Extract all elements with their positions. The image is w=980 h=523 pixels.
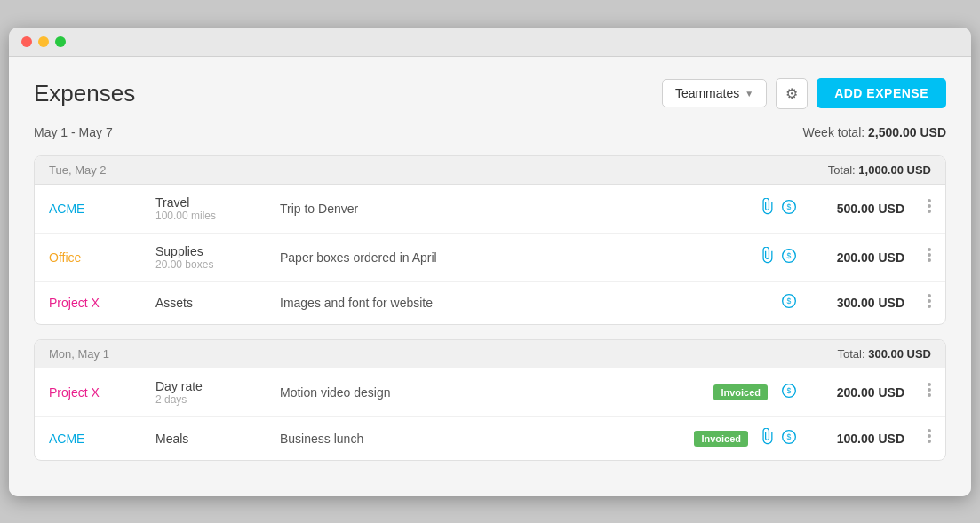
svg-text:$: $ <box>787 202 792 211</box>
dollar-icon[interactable]: $ <box>782 200 796 218</box>
category-name: Meals <box>155 432 280 446</box>
week-total-prefix: Week total: <box>802 125 864 139</box>
page-header: Expenses Teammates ▼ ⚙ ADD EXPENSE <box>34 78 946 109</box>
date-range-row: May 1 - May 7 Week total: 2,500.00 USD <box>34 125 946 139</box>
expense-client[interactable]: ACME <box>49 202 155 216</box>
minimize-dot[interactable] <box>38 36 49 47</box>
day-label: Mon, May 1 <box>49 347 109 361</box>
expense-menu-button[interactable] <box>904 382 931 402</box>
svg-text:$: $ <box>787 251 792 260</box>
category-sub: 100.00 miles <box>155 210 280 222</box>
header-controls: Teammates ▼ ⚙ ADD EXPENSE <box>662 78 946 109</box>
day-total-value: 300.00 USD <box>868 347 931 361</box>
expense-menu-button[interactable] <box>904 198 931 218</box>
invoiced-badge: Invoiced <box>713 384 768 400</box>
expense-description: Images and font for website <box>280 296 782 310</box>
expense-menu-button[interactable] <box>904 247 931 267</box>
svg-point-23 <box>928 434 931 438</box>
category-name: Supplies <box>155 244 280 258</box>
expense-icons: Invoiced$ <box>713 384 796 401</box>
dollar-icon[interactable]: $ <box>782 384 796 401</box>
day-label: Tue, May 2 <box>49 163 107 177</box>
settings-button[interactable]: ⚙ <box>776 78 808 109</box>
day-total: Total: 300.00 USD <box>837 347 931 361</box>
table-row: ACMETravel100.00 milesTrip to Denver$500… <box>35 185 945 234</box>
expense-description: Business lunch <box>280 432 694 446</box>
maximize-dot[interactable] <box>55 36 66 47</box>
table-row: ACMEMealsBusiness lunchInvoiced$100.00 U… <box>35 417 945 460</box>
attachment-icon[interactable] <box>762 247 775 268</box>
category-name: Day rate <box>155 379 280 393</box>
svg-point-17 <box>928 383 931 386</box>
title-bar <box>9 28 971 57</box>
expense-category: Supplies20.00 boxes <box>155 244 280 271</box>
category-sub: 2 days <box>155 393 280 406</box>
expense-client[interactable]: ACME <box>49 432 155 446</box>
svg-point-18 <box>928 388 931 392</box>
close-dot[interactable] <box>21 36 32 47</box>
dollar-icon[interactable]: $ <box>782 294 796 312</box>
day-total-value: 1,000.00 USD <box>858 163 931 177</box>
svg-point-13 <box>928 299 931 303</box>
day-header-1: Mon, May 1 Total: 300.00 USD <box>35 340 945 368</box>
svg-point-22 <box>928 429 931 432</box>
svg-point-3 <box>928 204 931 208</box>
expense-menu-button[interactable] <box>904 293 931 313</box>
page-title: Expenses <box>34 80 135 107</box>
table-row: OfficeSupplies20.00 boxesPaper boxes ord… <box>35 234 945 282</box>
expense-category: Assets <box>155 296 280 310</box>
expense-client[interactable]: Project X <box>49 296 155 310</box>
expense-client[interactable]: Office <box>49 250 155 265</box>
attachment-icon[interactable] <box>762 428 775 449</box>
dollar-icon[interactable]: $ <box>782 249 796 266</box>
expense-description: Motion video design <box>280 385 713 400</box>
expense-description: Trip to Denver <box>280 202 762 216</box>
expense-amount: 200.00 USD <box>807 385 904 400</box>
expense-client[interactable]: Project X <box>49 385 155 400</box>
expense-amount: 200.00 USD <box>807 250 904 265</box>
svg-text:$: $ <box>787 432 792 441</box>
svg-point-24 <box>928 440 931 443</box>
dollar-icon[interactable]: $ <box>782 430 796 448</box>
add-expense-button[interactable]: ADD EXPENSE <box>817 78 946 108</box>
svg-text:$: $ <box>787 297 792 305</box>
main-content: Expenses Teammates ▼ ⚙ ADD EXPENSE May 1… <box>9 57 971 496</box>
svg-point-8 <box>928 253 931 257</box>
week-total: Week total: 2,500.00 USD <box>802 125 946 139</box>
expense-category: Day rate2 days <box>155 379 280 406</box>
category-name: Assets <box>155 296 280 310</box>
week-total-value: 2,500.00 USD <box>868 125 946 139</box>
table-row: Project XAssetsImages and font for websi… <box>35 282 945 324</box>
expense-icons: Invoiced$ <box>694 428 796 449</box>
expense-menu-button[interactable] <box>904 428 931 448</box>
app-window: Expenses Teammates ▼ ⚙ ADD EXPENSE May 1… <box>9 28 971 496</box>
svg-point-12 <box>928 294 931 297</box>
day-group-0: Tue, May 2 Total: 1,000.00 USD ACMETrave… <box>34 155 946 325</box>
day-groups-container: Tue, May 2 Total: 1,000.00 USD ACMETrave… <box>34 155 946 461</box>
svg-point-4 <box>928 210 931 213</box>
day-total: Total: 1,000.00 USD <box>828 163 931 177</box>
teammates-label: Teammates <box>675 86 739 100</box>
date-range-label: May 1 - May 7 <box>34 125 113 139</box>
attachment-icon[interactable] <box>762 198 775 219</box>
svg-point-2 <box>928 199 931 202</box>
day-group-1: Mon, May 1 Total: 300.00 USD Project XDa… <box>34 339 946 461</box>
expense-description: Paper boxes ordered in April <box>280 250 762 265</box>
chevron-down-icon: ▼ <box>745 89 753 99</box>
svg-point-7 <box>928 248 931 251</box>
svg-point-9 <box>928 258 931 262</box>
category-name: Travel <box>155 195 280 210</box>
svg-point-19 <box>928 393 931 397</box>
expense-amount: 300.00 USD <box>807 296 904 310</box>
teammates-dropdown[interactable]: Teammates ▼ <box>662 79 767 107</box>
expense-amount: 500.00 USD <box>807 202 904 216</box>
day-header-0: Tue, May 2 Total: 1,000.00 USD <box>35 156 945 185</box>
svg-text:$: $ <box>787 386 792 395</box>
gear-icon: ⚙ <box>785 85 798 102</box>
expense-amount: 100.00 USD <box>807 432 904 446</box>
expense-category: Travel100.00 miles <box>155 195 280 222</box>
invoiced-badge: Invoiced <box>694 431 748 447</box>
svg-point-14 <box>928 305 931 308</box>
expense-category: Meals <box>155 432 280 446</box>
expense-icons: $ <box>762 198 796 219</box>
